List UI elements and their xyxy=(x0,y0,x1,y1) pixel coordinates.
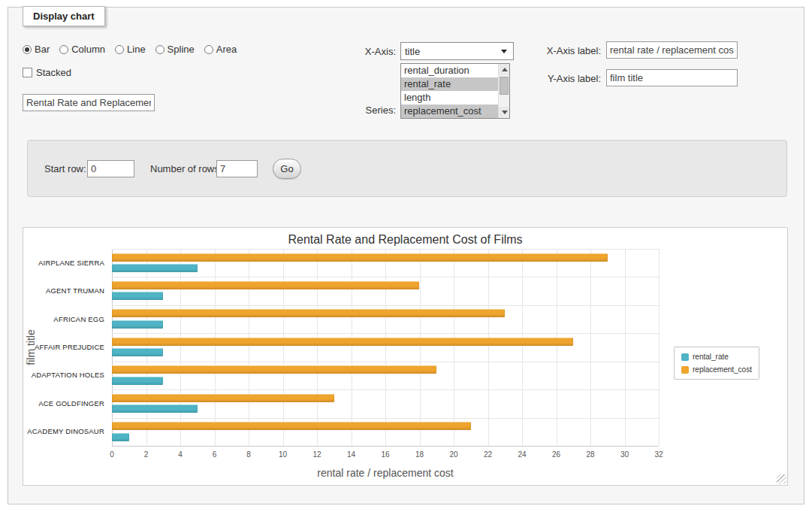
start-row-label: Start row: xyxy=(44,163,86,174)
bar-replacement_cost[interactable] xyxy=(112,365,436,374)
bar-rental_rate[interactable] xyxy=(112,320,163,329)
gridline-vertical xyxy=(625,249,626,446)
chart-title-input[interactable] xyxy=(23,94,155,111)
chart-type-option-bar[interactable]: Bar xyxy=(23,44,50,55)
series-option-rental_rate[interactable]: rental_rate xyxy=(401,77,498,91)
radio-icon[interactable] xyxy=(204,45,213,54)
radio-icon[interactable] xyxy=(59,45,68,54)
legend-swatch-icon xyxy=(681,366,689,374)
chart-panel: Rental Rate and Replacement Cost of Film… xyxy=(23,227,788,486)
gridline-horizontal xyxy=(112,333,659,334)
series-option-rental_duration[interactable]: rental_duration xyxy=(401,64,498,77)
gridline-horizontal xyxy=(112,446,659,447)
gridline-horizontal xyxy=(112,362,659,362)
gridline-vertical xyxy=(454,249,454,446)
radio-icon[interactable] xyxy=(155,45,165,54)
bar-rental_rate[interactable] xyxy=(112,433,129,441)
x-tick-label: 32 xyxy=(654,450,663,459)
gridline-horizontal xyxy=(112,305,659,306)
radio-label: Spline xyxy=(168,44,195,55)
gridline-vertical xyxy=(385,249,386,446)
series-listbox[interactable]: rental_durationrental_ratelengthreplacem… xyxy=(400,63,510,119)
x-axis-select-label: X-Axis: xyxy=(353,46,396,57)
bar-replacement_cost[interactable] xyxy=(112,422,471,430)
go-button[interactable]: Go xyxy=(273,159,301,179)
series-option-replacement_cost[interactable]: replacement_cost xyxy=(401,105,498,118)
x-tick-label: 28 xyxy=(586,450,594,459)
gridline-horizontal xyxy=(112,418,659,419)
gridline-vertical xyxy=(488,249,489,446)
page: Display chart BarColumnLineSplineArea St… xyxy=(0,0,812,512)
category-label: AGENT TRUMAN xyxy=(23,286,104,295)
legend-label: replacement_cost xyxy=(693,365,752,374)
bar-replacement_cost[interactable] xyxy=(112,338,573,346)
radio-label: Area xyxy=(216,44,237,55)
listbox-scrollbar[interactable] xyxy=(498,64,509,118)
x-tick-label: 16 xyxy=(381,450,389,459)
stacked-checkbox-row[interactable]: Stacked xyxy=(23,67,71,78)
radio-label: Line xyxy=(127,44,146,55)
y-axis-label-input[interactable] xyxy=(606,69,738,86)
x-axis-select-value: title xyxy=(405,46,420,57)
x-tick-label: 30 xyxy=(620,450,629,459)
gridline-vertical xyxy=(283,249,284,446)
bar-rental_rate[interactable] xyxy=(112,292,163,300)
fieldset-legend: Display chart xyxy=(23,6,105,26)
x-axis-select[interactable]: title xyxy=(400,42,514,60)
x-tick-label: 10 xyxy=(279,450,287,459)
x-tick-label: 0 xyxy=(110,450,114,459)
chart-type-option-line[interactable]: Line xyxy=(115,44,146,55)
bar-rental_rate[interactable] xyxy=(112,264,198,272)
gridline-vertical xyxy=(420,249,421,446)
category-label: AFFAIR PREJUDICE xyxy=(23,343,104,351)
bar-rental_rate[interactable] xyxy=(112,404,198,413)
legend-item-rental_rate[interactable]: rental_rate xyxy=(681,353,752,361)
bar-rental_rate[interactable] xyxy=(112,377,163,385)
gridline-vertical xyxy=(112,249,113,446)
x-tick-label: 4 xyxy=(178,450,183,459)
chart-type-option-column[interactable]: Column xyxy=(59,44,105,55)
series-listbox-label: Series: xyxy=(353,105,396,116)
x-axis-label-input[interactable] xyxy=(606,41,738,59)
chart-type-group: BarColumnLineSplineArea xyxy=(23,44,237,55)
start-row-input[interactable] xyxy=(87,160,134,177)
x-tick-label: 18 xyxy=(415,450,424,459)
stacked-checkbox[interactable] xyxy=(23,68,32,77)
plot-area xyxy=(112,249,659,446)
category-label: ACE GOLDFINGER xyxy=(23,399,104,407)
gridline-horizontal xyxy=(112,249,659,250)
category-label: ADAPTATION HOLES xyxy=(23,371,104,379)
bar-replacement_cost[interactable] xyxy=(112,309,505,317)
chart-title: Rental Rate and Replacement Cost of Film… xyxy=(23,233,787,247)
chart-type-option-area[interactable]: Area xyxy=(204,44,237,55)
x-tick-label: 26 xyxy=(552,450,560,459)
scroll-up-icon[interactable] xyxy=(499,64,510,75)
legend-swatch-icon xyxy=(681,353,689,361)
category-label: AFRICAN EGG xyxy=(23,315,104,323)
number-of-rows-input[interactable] xyxy=(216,160,258,177)
resize-handle-icon[interactable] xyxy=(777,474,786,484)
x-tick-label: 12 xyxy=(312,450,321,459)
radio-icon[interactable] xyxy=(23,45,32,54)
chart-type-option-spline[interactable]: Spline xyxy=(155,44,195,55)
gridline-horizontal xyxy=(112,389,659,390)
x-tick-label: 24 xyxy=(518,450,526,459)
legend-item-replacement_cost[interactable]: replacement_cost xyxy=(681,365,752,374)
gridline-vertical xyxy=(352,249,352,446)
radio-icon[interactable] xyxy=(115,45,124,54)
series-option-length[interactable]: length xyxy=(401,91,498,105)
bar-replacement_cost[interactable] xyxy=(112,253,608,262)
number-of-rows-label: Number of rows: xyxy=(150,163,222,174)
x-axis-title: rental rate / replacement cost xyxy=(112,467,659,479)
gridline-vertical xyxy=(146,249,147,446)
bar-replacement_cost[interactable] xyxy=(112,394,334,402)
scroll-down-icon[interactable] xyxy=(499,107,510,118)
x-tick-label: 22 xyxy=(484,450,492,459)
gridline-vertical xyxy=(557,249,557,446)
legend-label: rental_rate xyxy=(693,353,729,361)
scrollbar-thumb[interactable] xyxy=(500,77,509,95)
bar-replacement_cost[interactable] xyxy=(112,281,419,289)
category-label: AIRPLANE SIERRA xyxy=(23,259,104,267)
gridline-vertical xyxy=(590,249,591,446)
bar-rental_rate[interactable] xyxy=(112,348,163,356)
